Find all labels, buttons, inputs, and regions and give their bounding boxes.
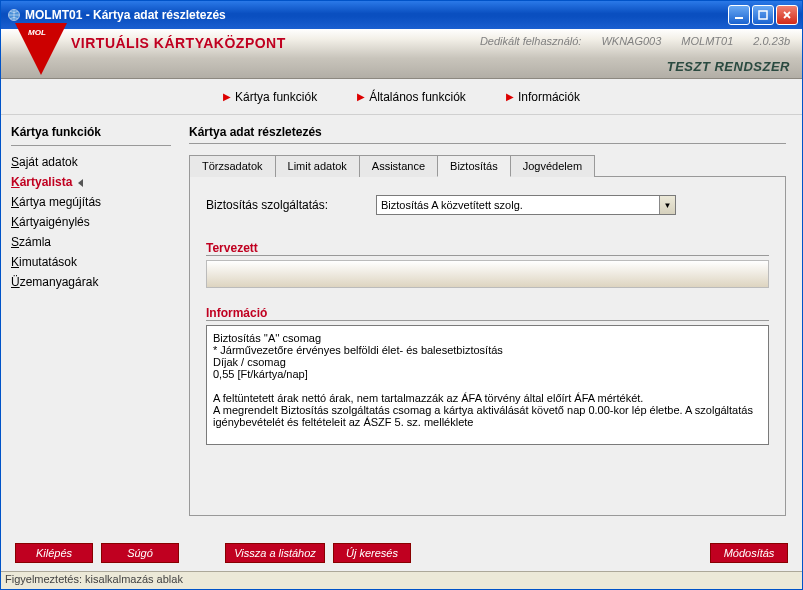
status-bar: Figyelmeztetés: kisalkalmazás ablak [1,571,802,589]
tab-torzsadatok[interactable]: Törzsadatok [189,155,276,177]
svg-rect-2 [759,11,767,19]
app-window: MOLMT01 - Kártya adat részletezés MOL VI… [0,0,803,590]
service-select[interactable]: Biztosítás A közvetített szolg. ▼ [376,195,676,215]
info-textarea[interactable]: Biztosítás ''A'' csomag * Járművezetőre … [206,325,769,445]
arrow-icon: ▶ [506,91,514,102]
main-panel: Kártya adat részletezés Törzsadatok Limi… [181,115,802,535]
arrow-icon: ▶ [357,91,365,102]
maximize-button[interactable] [752,5,774,25]
sidebar-item-kimutatasok[interactable]: Kimutatások [11,252,181,272]
sidebar-item-sajat[interactable]: Saját adatok [11,152,181,172]
minimize-button[interactable] [728,5,750,25]
arrow-icon: ▶ [223,91,231,102]
sidebar-item-szamla[interactable]: Számla [11,232,181,252]
version: 2.0.23b [753,35,790,47]
sidebar-item-igenyles[interactable]: Kártyaigénylés [11,212,181,232]
body: Kártya funkciók Saját adatok Kártyalista… [1,115,802,535]
top-navigation: ▶Kártya funkciók ▶Általános funkciók ▶In… [1,79,802,115]
sidebar-item-kartyalista[interactable]: Kártyalista [11,172,181,192]
sidebar: Kártya funkciók Saját adatok Kártyalista… [1,115,181,535]
planned-box [206,260,769,288]
new-search-button[interactable]: Új keresés [333,543,411,563]
section-tervezett: Tervezett [206,241,769,256]
select-value: Biztosítás A közvetített szolg. [381,199,523,211]
window-title: MOLMT01 - Kártya adat részletezés [25,8,728,22]
env-badge: TESZT RENDSZER [667,59,790,74]
footer: Kilépés Súgó Vissza a listához Új keresé… [1,535,802,571]
topnav-informaciok[interactable]: ▶Információk [506,90,580,104]
close-button[interactable] [776,5,798,25]
user-value: WKNAG003 [601,35,661,47]
exit-button[interactable]: Kilépés [15,543,93,563]
page-title: Kártya adat részletezés [189,125,786,139]
chevron-down-icon: ▼ [659,196,675,214]
sidebar-item-uzemanyag[interactable]: Üzemanyagárak [11,272,181,292]
app-icon [7,8,21,22]
active-marker-icon [78,179,83,187]
tab-limit[interactable]: Limit adatok [275,155,360,177]
window-controls [728,5,798,25]
sidebar-title: Kártya funkciók [11,125,181,139]
sidebar-item-megujitas[interactable]: Kártya megújítás [11,192,181,212]
title-bar: MOLMT01 - Kártya adat részletezés [1,1,802,29]
app-code: MOLMT01 [681,35,733,47]
tab-panel: Biztosítás szolgáltatás: Biztosítás A kö… [189,176,786,516]
app-name: VIRTUÁLIS KÁRTYAKÖZPONT [71,35,286,51]
user-label: Dedikált felhasználó: [480,35,582,47]
app-header: MOL VIRTUÁLIS KÁRTYAKÖZPONT Dedikált fel… [1,29,802,79]
section-informacio: Információ [206,306,769,321]
tab-biztositas[interactable]: Biztosítás [437,155,511,177]
topnav-altalanos[interactable]: ▶Általános funkciók [357,90,466,104]
header-meta: Dedikált felhasználó: WKNAG003 MOLMT01 2… [480,35,790,47]
modify-button[interactable]: Módosítás [710,543,788,563]
tab-assistance[interactable]: Assistance [359,155,438,177]
tab-strip: Törzsadatok Limit adatok Assistance Bizt… [189,154,786,176]
help-button[interactable]: Súgó [101,543,179,563]
back-button[interactable]: Vissza a listához [225,543,325,563]
tab-jogvedelem[interactable]: Jogvédelem [510,155,595,177]
topnav-kartya[interactable]: ▶Kártya funkciók [223,90,317,104]
svg-rect-1 [735,17,743,19]
service-label: Biztosítás szolgáltatás: [206,198,376,212]
